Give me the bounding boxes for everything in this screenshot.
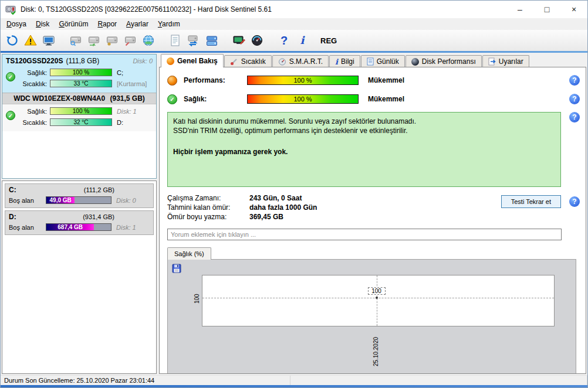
disk-0-temp-row: Sıcaklık: 33 °C [Kurtarma] xyxy=(18,78,153,89)
help-icon: ? xyxy=(281,35,288,46)
partition-c-free-bar: 49,0 GB xyxy=(46,196,111,204)
chart-tab-saglik[interactable]: Sağlık (%) xyxy=(167,247,211,260)
tab-genel-bakis[interactable]: Genel Bakış xyxy=(161,54,224,67)
globe-icon xyxy=(142,34,155,47)
free-space-label: Boş alan xyxy=(9,197,46,204)
disk-0-header: TS120GSSD220S (111,8 GB) Disk: 0 xyxy=(2,55,156,66)
disk-0-temp-bar: 33 °C xyxy=(50,80,112,87)
tab-label: Uyarılar xyxy=(499,57,523,66)
window-title: Disk: 0, TS120GSSD220S [03296222E0075611… xyxy=(21,5,272,13)
disk-write-test-icon xyxy=(106,34,119,47)
toolbar-separator xyxy=(59,32,66,49)
log-icon xyxy=(367,57,374,66)
power-on-time-row: Çalışma Zamanı: 243 Gün, 0 Saat xyxy=(167,194,317,203)
report-icon xyxy=(170,34,181,47)
minimize-button[interactable]: – xyxy=(506,1,533,18)
partition-d-size: (931,4 GB) xyxy=(83,213,114,220)
info-icon: i xyxy=(300,35,305,46)
app-window: Disk: 0, TS120GSSD220S [03296222E0075611… xyxy=(0,0,588,388)
health-history-chart: 100 100 25.10.2020 xyxy=(167,259,576,374)
partition-c-size: (111,2 GB) xyxy=(84,186,114,193)
save-chart-button[interactable] xyxy=(172,264,181,273)
menu-gorunum[interactable]: Görünüm xyxy=(54,19,93,29)
disk-surface-test-button[interactable] xyxy=(67,32,84,49)
about-button[interactable]: i xyxy=(294,32,310,49)
tab-uyarilar[interactable]: Uyarılar xyxy=(482,55,529,67)
overview-content: Performans: 100 % Mükemmel ? ✓ Sağlık: 1… xyxy=(159,67,586,374)
stat-label: Ömür boyu yazma: xyxy=(167,213,249,222)
disk-0-size: (111,8 GB) xyxy=(66,57,99,65)
disk-write-test-button[interactable] xyxy=(104,32,120,49)
help-icon[interactable]: ? xyxy=(569,196,580,207)
health-label: Sağlık: xyxy=(18,69,47,76)
maximize-button[interactable]: □ xyxy=(533,1,560,18)
report-button[interactable] xyxy=(167,32,184,49)
disk-1-name: WDC WD10EZEX-08WN4A0 xyxy=(13,94,105,103)
registered-label: REG xyxy=(320,36,337,45)
disk-0-recovery-label: [Kurtarma] xyxy=(117,80,147,87)
window-bottom-border xyxy=(1,385,587,388)
lifetime-writes-row: Ömür boyu yazma: 369,45 GB xyxy=(167,213,317,222)
tab-sicaklik[interactable]: Sıcaklık xyxy=(224,55,272,67)
alert-settings-button[interactable] xyxy=(22,32,39,49)
main-panel: Genel Bakış Sıcaklık S.M.A.R.T. xyxy=(159,54,586,374)
monitor-icon xyxy=(42,34,55,47)
performance-row: Performans: 100 % Mükemmel ? xyxy=(160,73,586,88)
disk-list-button[interactable] xyxy=(204,32,220,49)
partition-item-d[interactable]: D: (931,4 GB) Boş alan 687,4 GB Disk: 1 xyxy=(5,210,154,235)
disk-0-status-ok-icon: ✓ xyxy=(6,72,15,81)
disk-1-health-bar: 100 % xyxy=(50,107,112,115)
smart-gauge-icon xyxy=(278,57,286,66)
help-icon[interactable]: ? xyxy=(569,94,580,104)
retest-button[interactable]: Testi Tekrar et xyxy=(501,195,561,208)
disk-test-icon xyxy=(69,34,82,47)
disk-performance-icon xyxy=(411,58,419,66)
temperature-icon xyxy=(230,57,238,66)
chart-data-point xyxy=(376,297,378,299)
monitor-edit-button[interactable] xyxy=(231,32,247,49)
disk-repair-button[interactable] xyxy=(122,32,138,49)
help-icon[interactable]: ? xyxy=(569,112,580,122)
help-icon[interactable]: ? xyxy=(569,75,580,86)
partition-c-name: C: xyxy=(9,186,16,194)
partition-d-free-value: 687,4 GB xyxy=(58,224,83,230)
online-check-button[interactable] xyxy=(140,32,157,49)
performance-gauge-button[interactable] xyxy=(249,32,265,49)
disk-0-health-bar: 100 % xyxy=(50,69,112,76)
menu-yardim[interactable]: Yardım xyxy=(153,19,185,29)
help-button[interactable]: ? xyxy=(276,32,292,49)
tab-label: Sıcaklık xyxy=(241,57,266,66)
disk-item-0[interactable]: TS120GSSD220S (111,8 GB) Disk: 0 ✓ Sağlı… xyxy=(2,55,156,93)
comment-input[interactable] xyxy=(167,229,562,240)
floppy-save-icon xyxy=(172,264,181,273)
stat-value: 369,45 GB xyxy=(249,213,283,222)
performance-bar: 100 % xyxy=(247,76,359,85)
disk-0-number: Disk: 0 xyxy=(133,57,153,64)
disk-read-test-button[interactable] xyxy=(86,32,102,49)
menu-ayarlar[interactable]: Ayarlar xyxy=(121,19,153,29)
menu-dosya[interactable]: Dosya xyxy=(2,19,31,29)
partition-item-c[interactable]: C: (111,2 GB) Boş alan 49,0 GB Disk: 0 xyxy=(5,183,154,208)
disk-1-size: (931,5 GB) xyxy=(110,94,145,103)
lifetime-stats: Çalışma Zamanı: 243 Gün, 0 Saat Tahmini … xyxy=(167,194,317,222)
health-label: Sağlık: xyxy=(184,95,247,103)
partition-d-free-bar: 687,4 GB xyxy=(46,223,111,231)
tab-smart[interactable]: S.M.A.R.T. xyxy=(272,55,329,67)
system-monitor-button[interactable] xyxy=(40,32,57,49)
disk-refresh-button[interactable] xyxy=(185,32,202,49)
tab-bilgi[interactable]: i Bilgi xyxy=(329,55,360,67)
app-icon xyxy=(5,4,16,15)
menu-rapor[interactable]: Rapor xyxy=(93,19,121,29)
free-space-label: Boş alan xyxy=(9,224,46,231)
alerts-icon xyxy=(488,57,496,66)
tab-gunluk[interactable]: Günlük xyxy=(361,55,405,67)
stat-value: daha fazla 1000 Gün xyxy=(249,203,317,213)
refresh-icon xyxy=(6,34,19,47)
disk-item-1[interactable]: WDC WD10EZEX-08WN4A0 (931,5 GB) ✓ Sağlık… xyxy=(2,93,156,131)
gauge-icon xyxy=(251,34,263,47)
disk-0-drive-letter: C; xyxy=(117,69,123,76)
tab-disk-performansi[interactable]: Disk Performansı xyxy=(405,55,482,67)
refresh-button[interactable] xyxy=(4,32,21,49)
close-button[interactable]: × xyxy=(560,1,587,18)
menu-disk[interactable]: Disk xyxy=(31,19,54,29)
